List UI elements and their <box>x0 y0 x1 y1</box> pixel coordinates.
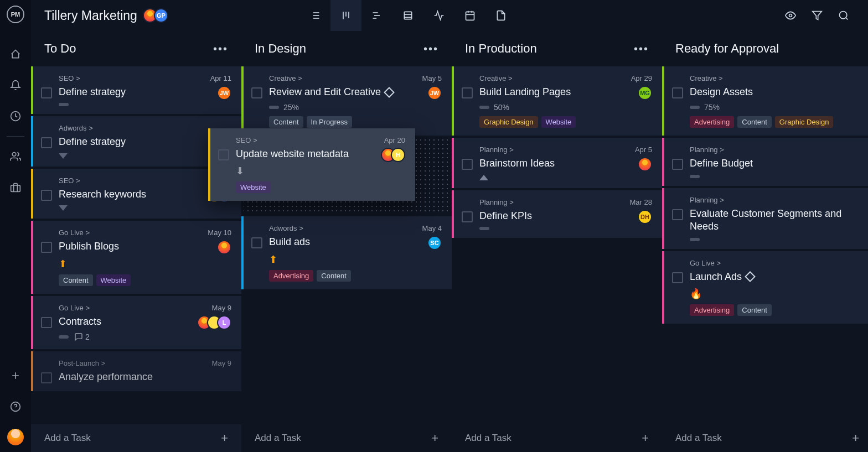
task-card[interactable]: Post-Launch >Analyze performanceMay 9 <box>31 351 241 391</box>
briefcase-icon[interactable] <box>0 172 31 203</box>
add-task-button[interactable]: Add a Task+ <box>241 424 452 452</box>
task-category[interactable]: Planning > <box>690 196 862 204</box>
column-menu-icon[interactable]: ••• <box>634 43 649 55</box>
header-avatars[interactable]: GP <box>146 8 168 23</box>
task-card[interactable]: Creative >Design Assets75%AdvertisingCon… <box>662 66 868 136</box>
task-title[interactable]: Launch Ads <box>690 271 742 283</box>
app-logo[interactable]: PM <box>7 6 24 23</box>
task-assignees[interactable]: L <box>202 315 231 330</box>
task-title[interactable]: Define KPIs <box>479 210 532 222</box>
task-checkbox[interactable] <box>672 209 683 220</box>
task-title[interactable]: Define strategy <box>59 136 126 148</box>
task-card[interactable]: Planning >Define Budget <box>662 138 868 185</box>
tag[interactable]: Content <box>59 274 93 286</box>
task-assignees[interactable]: JW <box>210 86 231 100</box>
files-view-tab[interactable] <box>485 0 516 31</box>
task-card[interactable]: Planning >Brainstorm IdeasApr 5 <box>452 138 662 188</box>
search-icon[interactable] <box>833 4 855 27</box>
task-category[interactable]: Post-Launch > <box>59 359 231 367</box>
add-task-button[interactable]: Add a Task+ <box>662 424 868 452</box>
home-icon[interactable] <box>0 39 31 70</box>
task-checkbox[interactable] <box>41 190 52 201</box>
task-checkbox[interactable] <box>462 159 473 170</box>
task-category[interactable]: Creative > <box>269 74 442 82</box>
calendar-view-tab[interactable] <box>454 0 485 31</box>
avatar[interactable] <box>217 240 231 254</box>
task-title[interactable]: Publish Blogs <box>59 240 119 253</box>
comments-icon[interactable]: 2 <box>74 332 90 341</box>
task-card[interactable]: Adwords >Build ads⬆AdvertisingContentMay… <box>241 216 452 289</box>
user-avatar[interactable] <box>7 429 24 445</box>
task-title[interactable]: Contracts <box>59 315 101 328</box>
task-assignees[interactable]: SC <box>422 236 442 250</box>
task-checkbox[interactable] <box>41 242 52 253</box>
task-checkbox[interactable] <box>672 272 683 283</box>
task-checkbox[interactable] <box>41 317 52 328</box>
task-title[interactable]: Brainstorm Ideas <box>479 157 555 170</box>
task-card[interactable]: Adwords >Define strategy <box>31 116 241 166</box>
task-checkbox[interactable] <box>251 237 262 248</box>
task-checkbox[interactable] <box>251 87 262 98</box>
task-checkbox[interactable] <box>41 137 52 148</box>
avatar[interactable]: SC <box>427 236 442 250</box>
avatar[interactable] <box>638 157 652 172</box>
task-assignees[interactable] <box>635 157 652 172</box>
task-checkbox[interactable] <box>41 87 52 98</box>
tag[interactable]: Website <box>541 116 576 128</box>
avatar[interactable]: MG <box>638 86 652 100</box>
task-title[interactable]: Analyze performance <box>59 371 153 383</box>
avatar[interactable]: P <box>217 188 231 202</box>
bell-icon[interactable] <box>0 70 31 101</box>
task-card[interactable]: Go Live >Launch Ads🔥AdvertisingContent <box>662 251 868 324</box>
task-card[interactable]: Creative >Review and Edit Creative25%Con… <box>241 66 452 136</box>
task-checkbox[interactable] <box>672 87 683 98</box>
add-task-button[interactable]: Add a Task+ <box>31 424 241 452</box>
task-assignees[interactable] <box>208 240 231 254</box>
tag[interactable]: Website <box>96 274 131 286</box>
task-checkbox[interactable] <box>462 211 473 222</box>
tag[interactable]: Advertising <box>690 116 734 128</box>
tag[interactable]: Graphic Design <box>479 116 538 128</box>
filter-icon[interactable] <box>806 4 828 27</box>
board-view-tab[interactable] <box>330 0 361 31</box>
avatar[interactable]: JW <box>427 86 442 100</box>
add-icon[interactable] <box>0 360 31 391</box>
task-category[interactable]: Adwords > <box>269 224 442 232</box>
task-card[interactable]: Go Live >Contracts2May 9L <box>31 296 241 349</box>
task-assignees[interactable]: DHP <box>210 188 231 202</box>
add-task-button[interactable]: Add a Task+ <box>452 424 662 452</box>
gantt-view-tab[interactable] <box>361 0 392 31</box>
list-view-tab[interactable] <box>299 0 330 31</box>
task-title[interactable]: Build ads <box>269 236 310 248</box>
avatar[interactable]: GP <box>154 8 168 23</box>
tag[interactable]: Content <box>317 270 351 282</box>
task-title[interactable]: Evaluate Customer Segments and Needs <box>690 207 862 233</box>
task-title[interactable]: Define Budget <box>690 157 753 170</box>
tag[interactable]: Content <box>737 304 772 316</box>
watch-icon[interactable] <box>779 4 802 27</box>
sheet-view-tab[interactable] <box>392 0 423 31</box>
avatar[interactable]: JW <box>217 86 231 100</box>
task-category[interactable]: Creative > <box>479 74 652 82</box>
task-category[interactable]: Planning > <box>479 146 652 154</box>
task-category[interactable]: SEO > <box>59 74 231 82</box>
task-title[interactable]: Define strategy <box>59 86 126 98</box>
column-menu-icon[interactable]: ••• <box>213 43 228 55</box>
task-card[interactable]: Planning >Evaluate Customer Segments and… <box>662 188 868 249</box>
tag[interactable]: Graphic Design <box>775 116 834 128</box>
task-title[interactable]: Research keywords <box>59 188 146 201</box>
avatar[interactable]: L <box>217 315 231 330</box>
task-title[interactable]: Design Assets <box>690 86 753 98</box>
drop-target[interactable] <box>244 138 450 212</box>
task-category[interactable]: Adwords > <box>59 124 231 132</box>
tag[interactable]: Content <box>737 116 772 128</box>
clock-icon[interactable] <box>0 101 31 132</box>
tag[interactable]: Advertising <box>690 304 734 316</box>
avatar[interactable]: DH <box>638 210 652 224</box>
task-title[interactable]: Review and Edit Creative <box>269 86 381 98</box>
task-title[interactable]: Build Landing Pages <box>479 86 571 98</box>
tag[interactable]: Content <box>269 116 303 128</box>
task-category[interactable]: Go Live > <box>59 228 231 237</box>
task-checkbox[interactable] <box>41 372 52 383</box>
column-menu-icon[interactable]: ••• <box>423 43 438 55</box>
